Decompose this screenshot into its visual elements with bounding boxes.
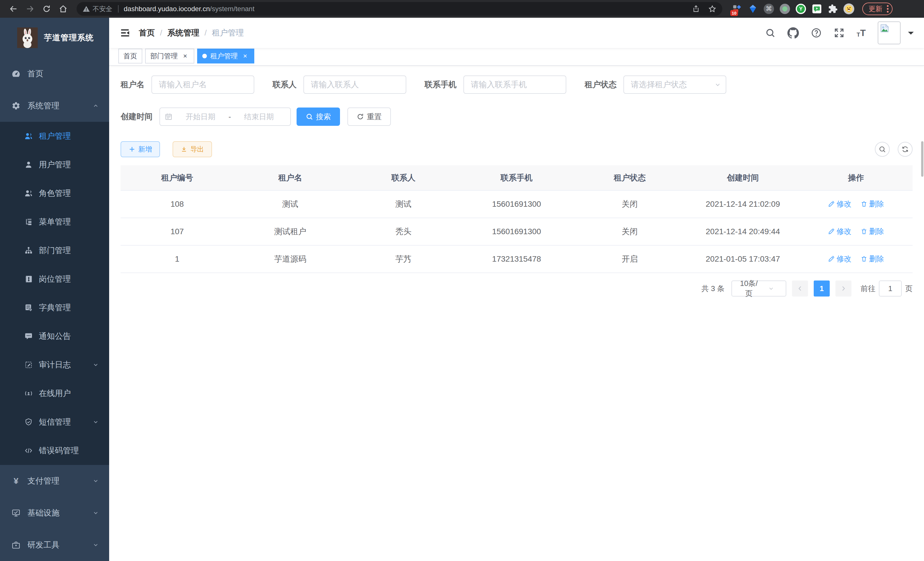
sidebar-item-role[interactable]: 角色管理 xyxy=(0,179,109,208)
sidebar-item-menu[interactable]: 菜单管理 xyxy=(0,208,109,236)
sidebar-item-dev-tools[interactable]: 研发工具 xyxy=(0,529,109,561)
sidebar-item-error-code[interactable]: 错误码管理 xyxy=(0,436,109,465)
mobile-input[interactable] xyxy=(464,75,566,94)
goto-page-input[interactable] xyxy=(879,281,902,296)
browser-menu-icon[interactable] xyxy=(887,5,889,13)
help-icon[interactable] xyxy=(811,27,822,38)
cell-tenant-id: 108 xyxy=(121,190,234,218)
sidebar-item-sms[interactable]: 短信管理 xyxy=(0,408,109,436)
cell-contact: 秃头 xyxy=(347,218,460,245)
table-row: 1 芋道源码 芋艿 17321315478 开启 2021-01-05 17:0… xyxy=(121,245,913,273)
next-page-button[interactable] xyxy=(836,281,851,296)
sidebar-item-system[interactable]: 系统管理 xyxy=(0,90,109,122)
y-extension-icon[interactable]: Y xyxy=(795,3,806,14)
export-button[interactable]: 导出 xyxy=(172,141,212,157)
cell-contact: 测试 xyxy=(347,190,460,218)
extension-grid-icon[interactable]: 10 xyxy=(731,3,742,14)
page-unit-label: 页 xyxy=(905,284,913,294)
sidebar-item-label: 字典管理 xyxy=(39,302,71,313)
reset-button-label: 重置 xyxy=(367,112,382,122)
sidebar-item-online-users[interactable]: 在线用户 xyxy=(0,379,109,408)
sidebar-item-user[interactable]: 用户管理 xyxy=(0,150,109,179)
header-search-icon[interactable] xyxy=(765,28,776,38)
scrollbar-thumb[interactable] xyxy=(921,141,923,177)
cell-tenant-id: 1 xyxy=(121,245,234,273)
browser-update-button[interactable]: 更新 xyxy=(862,3,892,15)
page-size-select[interactable]: 10条/页 xyxy=(731,281,786,296)
delete-label: 删除 xyxy=(869,226,884,236)
dashboard-icon xyxy=(11,69,21,78)
edit-link[interactable]: 修改 xyxy=(828,199,851,209)
show-search-toggle-button[interactable] xyxy=(875,142,890,157)
github-icon[interactable] xyxy=(788,27,799,39)
sidebar-item-notice[interactable]: 通知公告 xyxy=(0,322,109,350)
range-separator: - xyxy=(227,112,232,121)
share-icon[interactable] xyxy=(692,5,700,13)
cell-created: 2021-12-14 20:49:44 xyxy=(686,218,800,245)
fullscreen-icon[interactable] xyxy=(834,27,844,38)
page-number-button[interactable]: 1 xyxy=(814,281,830,296)
sidebar-item-label: 通知公告 xyxy=(39,331,71,342)
edit-link[interactable]: 修改 xyxy=(828,226,851,236)
status-select[interactable]: 请选择租户状态 xyxy=(623,75,726,94)
search-button[interactable]: 搜索 xyxy=(297,108,340,126)
extensions-puzzle-icon[interactable] xyxy=(827,3,838,14)
prev-page-button[interactable] xyxy=(792,281,808,296)
browser-forward-button[interactable] xyxy=(22,2,38,16)
sidebar-item-infrastructure[interactable]: 基础设施 xyxy=(0,497,109,529)
breadcrumb-home[interactable]: 首页 xyxy=(139,27,155,38)
delete-link[interactable]: 删除 xyxy=(861,254,884,264)
font-size-icon[interactable]: TT xyxy=(856,28,866,38)
tab-close-icon[interactable]: × xyxy=(241,52,249,60)
sidebar-item-label: 研发工具 xyxy=(27,540,59,550)
bookmark-star-icon[interactable] xyxy=(708,5,717,13)
reset-button[interactable]: 重置 xyxy=(347,108,391,126)
diamond-extension-icon[interactable] xyxy=(747,3,758,14)
delete-link[interactable]: 删除 xyxy=(861,199,884,209)
sidebar-item-audit-log[interactable]: 审计日志 xyxy=(0,350,109,379)
sidebar-collapse-icon[interactable] xyxy=(119,27,131,39)
tab-dept[interactable]: 部门管理 × xyxy=(145,49,194,63)
sidebar-item-label: 菜单管理 xyxy=(39,217,71,227)
user-avatar[interactable] xyxy=(878,21,901,44)
add-button[interactable]: 新增 xyxy=(121,141,160,157)
date-range-picker[interactable]: 开始日期 - 结束日期 xyxy=(159,108,291,126)
table-tools xyxy=(875,142,913,157)
contact-input[interactable] xyxy=(303,75,406,94)
export-button-label: 导出 xyxy=(190,145,204,154)
chat-extension-icon[interactable] xyxy=(812,3,822,14)
cell-created: 2021-01-05 17:03:47 xyxy=(686,245,800,273)
browser-back-button[interactable] xyxy=(6,2,21,16)
address-bar[interactable]: 不安全 dashboard.yudao.iocoder.cn/system/te… xyxy=(76,2,722,16)
command-extension-icon[interactable]: ⌘ xyxy=(764,3,774,14)
sidebar-item-post[interactable]: 岗位管理 xyxy=(0,265,109,293)
delete-link[interactable]: 删除 xyxy=(861,226,884,236)
browser-home-button[interactable] xyxy=(56,2,71,16)
sidebar-item-payment[interactable]: ¥ 支付管理 xyxy=(0,465,109,497)
tenant-name-input[interactable] xyxy=(152,75,254,94)
cell-tenant-name: 测试租户 xyxy=(234,218,347,245)
tab-label: 首页 xyxy=(123,51,137,61)
tab-tenant[interactable]: 租户管理 × xyxy=(197,49,254,63)
sidebar-item-label: 首页 xyxy=(27,68,44,79)
profile-avatar-icon[interactable] xyxy=(843,3,854,14)
edit-label: 修改 xyxy=(837,226,851,236)
toolbox-icon xyxy=(11,540,21,550)
refresh-table-button[interactable] xyxy=(898,142,913,157)
gear-icon xyxy=(11,101,21,110)
tenant-table: 租户编号 租户名 联系人 联系手机 租户状态 创建时间 操作 108 测试 xyxy=(121,165,913,273)
sidebar-item-dict[interactable]: 字典管理 xyxy=(0,293,109,322)
sidebar-item-dept[interactable]: 部门管理 xyxy=(0,236,109,265)
sidebar-item-tenant[interactable]: 租户管理 xyxy=(0,122,109,150)
dictionary-icon xyxy=(24,303,33,312)
chevron-down-icon xyxy=(93,419,99,425)
browser-reload-button[interactable] xyxy=(39,2,54,16)
dot-extension-icon[interactable] xyxy=(779,3,790,14)
edit-link[interactable]: 修改 xyxy=(828,254,851,264)
tab-home[interactable]: 首页 xyxy=(118,49,142,63)
sidebar-item-label: 租户管理 xyxy=(39,131,71,141)
avatar-dropdown-caret-icon[interactable] xyxy=(908,32,914,38)
breadcrumb-system[interactable]: 系统管理 xyxy=(167,27,200,38)
sidebar-item-home[interactable]: 首页 xyxy=(0,58,109,90)
tab-close-icon[interactable]: × xyxy=(181,52,189,60)
